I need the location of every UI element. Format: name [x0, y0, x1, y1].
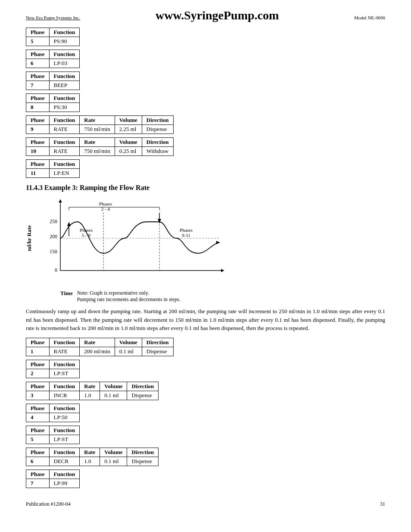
table-row: 10RATE750 ml/min0.25 mlWithdraw — [26, 147, 174, 156]
table-cell: 6 — [26, 59, 50, 68]
header-right: Model NE-9000 — [354, 15, 385, 20]
table-header: Phase — [26, 470, 50, 479]
data-table: PhaseFunctionRateVolumeDirection9RATE750… — [26, 115, 174, 134]
data-table: PhaseFunction4LP:50 — [26, 404, 80, 422]
table-cell: 10 — [26, 147, 50, 156]
table-row: 8PS:30 — [26, 103, 80, 112]
table-header: Function — [49, 50, 80, 59]
table-header: Phase — [26, 160, 50, 169]
table-header: Phase — [26, 72, 50, 81]
data-table: PhaseFunctionRateVolumeDirection1RATE200… — [26, 338, 174, 356]
table-header: Function — [49, 360, 80, 369]
table-header: Direction — [127, 448, 159, 457]
table-header: Function — [49, 72, 80, 81]
table-header: Function — [49, 160, 80, 169]
table-header: Phase — [26, 404, 50, 413]
x-axis-label: Time — [60, 290, 73, 297]
table-header: Function — [49, 338, 80, 347]
svg-text:Phases: Phases — [180, 227, 193, 233]
table-header: Rate — [80, 382, 100, 391]
svg-text:0: 0 — [55, 267, 57, 273]
table-cell: 2.25 ml — [115, 125, 142, 134]
table-cell: 2 — [26, 369, 50, 378]
table-cell: Dispense — [142, 125, 173, 134]
table-cell: LP:03 — [49, 59, 80, 68]
table-row: 4LP:50 — [26, 413, 80, 422]
table-cell: 7 — [26, 81, 50, 90]
svg-marker-11 — [216, 241, 220, 244]
svg-marker-13 — [67, 222, 71, 226]
table-header: Phase — [26, 50, 50, 59]
svg-marker-3 — [59, 199, 62, 202]
bottom-tables: PhaseFunctionRateVolumeDirection1RATE200… — [26, 338, 385, 488]
table-header: Phase — [26, 338, 50, 347]
table-row: 6LP:03 — [26, 59, 80, 68]
data-table: PhaseFunction7BEEP — [26, 72, 80, 90]
table-cell: 1 — [26, 347, 50, 356]
graph-note: Note: Graph is representative only. Pump… — [77, 290, 181, 303]
footer-right: 31 — [380, 501, 385, 507]
table-cell: 200 ml/min — [80, 347, 115, 356]
data-table: PhaseFunction5PS:90 — [26, 28, 80, 46]
table-header: Phase — [26, 138, 50, 147]
data-table: PhaseFunction5LP:ST — [26, 426, 80, 444]
table-header: Function — [49, 448, 80, 457]
table-header: Function — [49, 404, 80, 413]
table-cell: LP:ST — [49, 435, 80, 444]
page-header: New Era Pump Systems Inc. www.SyringePum… — [26, 9, 385, 22]
table-row: 2LP:ST — [26, 369, 80, 378]
data-table: PhaseFunction6LP:03 — [26, 50, 80, 68]
table-cell: Dispense — [127, 457, 159, 466]
table-cell: 4 — [26, 413, 50, 422]
svg-marker-2 — [221, 269, 224, 272]
table-cell: BEEP — [49, 81, 80, 90]
table-row: 7LP:99 — [26, 479, 80, 488]
data-table: PhaseFunctionRateVolumeDirection6DECR1.0… — [26, 448, 159, 466]
table-header: Phase — [26, 382, 50, 391]
table-row: 3INCR1.00.1 mlDispense — [26, 391, 159, 400]
table-header: Rate — [80, 448, 100, 457]
table-cell: LP:50 — [49, 413, 80, 422]
table-cell: 6 — [26, 457, 50, 466]
table-cell: LP:ST — [49, 369, 80, 378]
data-table: PhaseFunctionRateVolumeDirection10RATE75… — [26, 137, 174, 156]
graph-area: 250 200 150 0 — [34, 195, 241, 290]
table-cell: LP:99 — [49, 479, 80, 488]
header-center: www.SyringePump.com — [156, 9, 279, 22]
data-table: PhaseFunction8PS:30 — [26, 93, 80, 112]
table-cell: RATE — [49, 347, 80, 356]
table-header: Phase — [26, 116, 50, 125]
top-tables: PhaseFunction5PS:90PhaseFunction6LP:03Ph… — [26, 28, 385, 178]
graph-note-line2: Pumping rate increments and decrements i… — [77, 296, 181, 303]
svg-text:9-11: 9-11 — [182, 233, 190, 238]
table-header: Rate — [80, 338, 115, 347]
table-cell: 750 ml/min — [80, 125, 115, 134]
table-cell: 0.1 ml — [115, 347, 142, 356]
table-cell: RATE — [49, 147, 80, 156]
table-cell: LP:EN — [49, 169, 80, 178]
table-row: 9RATE750 ml/min2.25 mlDispense — [26, 125, 174, 134]
table-header: Volume — [115, 338, 142, 347]
footer-left: Publication #1200-04 — [26, 501, 71, 507]
table-header: Volume — [100, 448, 127, 457]
svg-text:5 - 8: 5 - 8 — [82, 233, 91, 238]
table-header: Phase — [26, 94, 50, 103]
table-header: Rate — [80, 116, 115, 125]
svg-text:Phases: Phases — [80, 227, 93, 233]
table-header: Direction — [142, 116, 173, 125]
table-header: Function — [49, 94, 80, 103]
table-cell: 0.1 ml — [100, 391, 127, 400]
table-row: 7BEEP — [26, 81, 80, 90]
table-cell: RATE — [49, 125, 80, 134]
data-table: PhaseFunctionRateVolumeDirection3INCR1.0… — [26, 382, 159, 400]
table-cell: PS:90 — [49, 37, 80, 46]
table-header: Volume — [100, 382, 127, 391]
svg-text:250: 250 — [50, 218, 57, 224]
svg-text:150: 150 — [50, 249, 57, 255]
table-cell: 1.0 — [80, 457, 100, 466]
y-axis-label: ml/hr Rate — [26, 195, 33, 281]
table-cell: 1.0 — [80, 391, 100, 400]
table-cell: PS:30 — [49, 103, 80, 112]
table-row: 1RATE200 ml/min0.1 mlDispense — [26, 347, 174, 356]
svg-text:Phases: Phases — [99, 201, 112, 206]
